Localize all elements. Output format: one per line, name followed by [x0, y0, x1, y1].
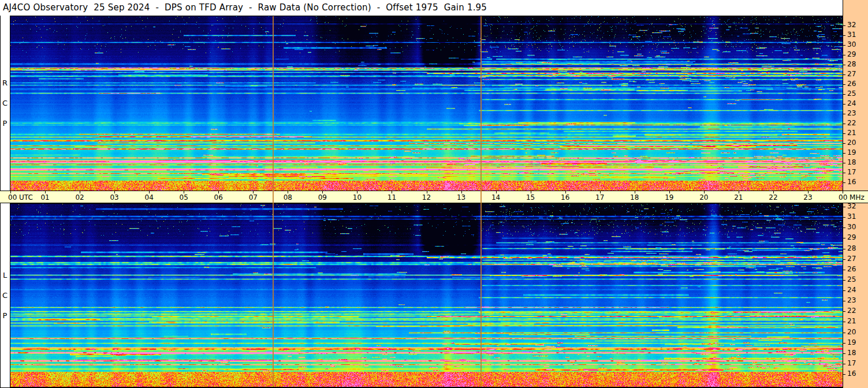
rcp-freq-tick [843, 74, 845, 75]
rcp-freq-tick [843, 104, 845, 105]
time-label: 01 [40, 193, 49, 202]
lcp-freq-tick [843, 374, 845, 375]
lcp-polarization-letter: P [0, 311, 10, 320]
time-label: 19 [665, 193, 673, 202]
time-label: 11 [388, 193, 396, 202]
rcp-polarization-letter: C [0, 99, 10, 108]
lcp-freq-label: 26 [847, 266, 856, 273]
rcp-freq-tick [843, 35, 845, 36]
rcp-freq-label: 21 [847, 129, 856, 136]
time-label: 08 [284, 193, 292, 202]
lcp-freq-label: 27 [847, 255, 856, 262]
lcp-freq-tick [843, 238, 845, 238]
lcp-spectrogram-canvas [10, 203, 843, 387]
page-title: AJ4CO Observatory 25 Sep 2024 - DPS on T… [3, 2, 487, 13]
rcp-freq-label: 30 [847, 41, 856, 48]
time-label: 03 [110, 193, 118, 202]
lcp-freq-label: 22 [847, 307, 856, 314]
time-label: 07 [249, 193, 258, 202]
time-axis-band: 00 UTC0102030405060708091011121314151617… [0, 191, 868, 203]
rcp-freq-label: 19 [847, 149, 856, 156]
rcp-freq-label: 24 [847, 100, 856, 107]
lcp-polarization-letter: C [0, 291, 10, 300]
rcp-freq-tick [843, 163, 845, 163]
rcp-freq-tick [843, 173, 845, 173]
rcp-freq-tick [843, 182, 845, 183]
time-label: 14 [491, 193, 500, 202]
lcp-freq-tick [843, 207, 845, 207]
lcp-freq-tick [843, 364, 845, 364]
rcp-freq-tick [843, 84, 845, 85]
lcp-freq-label: 16 [847, 370, 856, 377]
time-label: 15 [526, 193, 535, 202]
rcp-polarization-letter: R [0, 79, 10, 88]
rcp-polarization-letter: P [0, 119, 10, 128]
title-bar: AJ4CO Observatory 25 Sep 2024 - DPS on T… [0, 0, 843, 16]
rcp-freq-tick [843, 143, 845, 144]
lcp-freq-tick [843, 343, 845, 344]
lcp-freq-label: 23 [847, 297, 856, 304]
lcp-freq-label: 28 [847, 245, 856, 252]
rcp-freq-tick [843, 45, 845, 46]
lcp-freq-label: 31 [847, 213, 856, 220]
lcp-freq-tick [843, 353, 845, 354]
rcp-freq-label: 17 [847, 169, 856, 176]
time-label: 00 UTC [8, 193, 33, 202]
rcp-freq-tick [843, 25, 845, 26]
lcp-freq-label: 20 [847, 329, 856, 335]
time-label: 13 [457, 193, 465, 202]
rcp-freq-label: 27 [847, 70, 856, 77]
time-label: 16 [561, 193, 569, 202]
rcp-spectrogram-canvas [10, 16, 843, 191]
lcp-freq-label: 29 [847, 234, 856, 241]
time-label: 00 MHz [839, 193, 865, 202]
time-label: 17 [595, 193, 604, 202]
lcp-freq-label: 30 [847, 223, 856, 230]
event-marker-line [480, 16, 482, 387]
time-label: 02 [75, 193, 84, 202]
time-label: 06 [214, 193, 223, 202]
rcp-freq-label: 32 [847, 21, 856, 28]
lcp-freq-tick [843, 259, 845, 260]
event-marker-line [273, 16, 274, 387]
time-label: 10 [353, 193, 362, 202]
time-label: 12 [422, 193, 431, 202]
lcp-freq-label: 21 [847, 318, 856, 324]
lcp-freq-tick [843, 322, 845, 322]
lcp-freq-tick [843, 280, 845, 281]
time-label: 21 [734, 193, 743, 202]
time-label: 22 [769, 193, 777, 202]
lcp-freq-label: 24 [847, 286, 856, 293]
lcp-freq-tick [843, 227, 845, 228]
rcp-freq-tick [843, 133, 845, 134]
rcp-freq-label: 16 [847, 178, 856, 185]
rcp-freq-tick [843, 114, 845, 114]
lcp-freq-tick [843, 249, 845, 249]
time-label: 09 [318, 193, 327, 202]
lcp-polarization-letter: L [0, 271, 10, 280]
time-label: 20 [699, 193, 708, 202]
rcp-freq-label: 23 [847, 110, 856, 117]
rcp-freq-label: 28 [847, 61, 856, 68]
rcp-freq-label: 25 [847, 90, 856, 97]
time-label: 04 [145, 193, 154, 202]
lcp-freq-tick [843, 290, 845, 291]
rcp-freq-tick [843, 65, 845, 65]
lcp-freq-label: 19 [847, 339, 856, 346]
rcp-freq-tick [843, 153, 845, 154]
lcp-freq-label: 25 [847, 276, 856, 283]
lcp-freq-label: 18 [847, 349, 856, 356]
time-label: 23 [803, 193, 812, 202]
time-label: 18 [630, 193, 639, 202]
rcp-freq-label: 22 [847, 120, 856, 126]
rcp-freq-tick [843, 55, 845, 55]
lcp-freq-tick [843, 270, 845, 270]
lcp-freq-label: 17 [847, 360, 856, 367]
rcp-freq-label: 31 [847, 31, 856, 38]
rcp-freq-tick [843, 94, 845, 95]
lcp-freq-tick [843, 217, 845, 218]
rcp-freq-label: 20 [847, 139, 856, 146]
lcp-freq-tick [843, 333, 845, 333]
rcp-freq-label: 18 [847, 159, 856, 166]
time-label: 05 [180, 193, 188, 202]
